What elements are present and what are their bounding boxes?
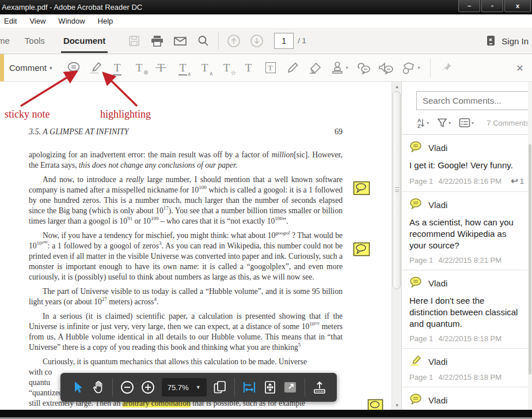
comment-menu-label[interactable]: Comment — [9, 63, 47, 73]
strikethrough-text-icon: T — [158, 62, 165, 73]
sticky-note-annotation[interactable] — [353, 242, 370, 259]
comment-card[interactable]: Vladi Here I don't see the distinction b… — [402, 270, 529, 349]
list-options-caret-icon: ▾ — [472, 120, 474, 126]
comment-menu-caret-icon[interactable]: ▾ — [50, 65, 52, 71]
zoom-out-button[interactable] — [117, 376, 138, 398]
underline-text-icon: T — [114, 62, 121, 73]
shapes-icon — [401, 61, 417, 76]
filter-funnel-icon — [437, 118, 447, 128]
hand-tool-button[interactable] — [88, 376, 109, 398]
tool-attach-file[interactable] — [353, 57, 375, 79]
comment-list-options-button[interactable]: ▾ — [459, 118, 474, 128]
maximize-button[interactable]: ▫ — [481, 0, 503, 12]
menu-view[interactable]: View — [23, 17, 52, 25]
tool-add-text-comment[interactable]: T — [238, 57, 260, 79]
title-bar: Aexample.pdf - Adobe Acrobat Reader DC –… — [0, 0, 532, 14]
comment-date: 4/22/2015 8:18 PM — [438, 373, 501, 382]
menu-help[interactable]: Help — [92, 17, 120, 25]
print-button[interactable] — [146, 31, 169, 51]
comment-text: Here I don't see the distinction between… — [409, 295, 524, 330]
scroll-down-arrow-icon[interactable]: ▼ — [392, 401, 402, 410]
tool-replace-text[interactable]: T∧ — [172, 57, 194, 79]
close-button[interactable]: x — [504, 0, 531, 12]
scrollbar-thumb[interactable] — [393, 91, 401, 289]
email-button[interactable] — [169, 31, 192, 51]
stamp-icon — [330, 61, 345, 76]
comment-card[interactable]: Vladi As a scientist, how can you recomm… — [402, 192, 529, 270]
comment-page-label: Page 1 — [409, 334, 433, 343]
comment-card[interactable]: Vladi Page 1 4/22/2015 8:18 PM — [402, 349, 529, 387]
tool-drawing-shapes[interactable]: ▾ — [397, 57, 424, 79]
selection-tool-button[interactable] — [67, 376, 88, 398]
share-upload-button[interactable] — [309, 376, 330, 398]
fit-width-button[interactable] — [239, 376, 260, 398]
comment-reply-badge[interactable]: ↩ 1 — [511, 176, 524, 186]
filter-comments-button[interactable]: ▾ — [437, 118, 451, 128]
bottom-edge-bar — [0, 410, 532, 419]
tool-insert-text[interactable]: T∧ — [194, 57, 216, 79]
toolbar-separator — [112, 378, 113, 397]
tool-draw-free-form[interactable] — [282, 57, 303, 79]
fullscreen-button[interactable] — [280, 376, 301, 398]
upload-icon — [312, 380, 327, 395]
sticky-note-icon — [409, 198, 423, 212]
tab-tools[interactable]: Tools — [24, 36, 46, 46]
search-button[interactable] — [192, 31, 215, 51]
page-controls-toolbar: 75.7% ▼ — [60, 373, 337, 402]
speaker-icon — [377, 61, 394, 76]
comment-author: Vladi — [428, 395, 447, 405]
fit-page-icon — [263, 380, 278, 395]
cursor-arrow-icon — [71, 380, 84, 394]
search-comments-input[interactable] — [416, 91, 529, 110]
comments-list: Vladi I get it: Google! Very funny. Page… — [402, 134, 529, 419]
tool-text-box[interactable]: T — [260, 57, 282, 79]
zoom-level-dropdown[interactable]: 75.7% ▼ — [162, 378, 207, 397]
sort-comments-button[interactable]: A Z ▾ — [416, 117, 429, 129]
comments-panel-scrollbar[interactable] — [528, 82, 532, 419]
toolbar-separator — [218, 32, 219, 50]
minimize-button[interactable]: – — [458, 0, 480, 12]
previous-page-button[interactable] — [222, 31, 245, 51]
document-view[interactable]: 3.5. A GLIMPSE AT INFINITY 69 apologizin… — [0, 82, 392, 419]
tool-strikethrough-text[interactable]: T — [150, 57, 172, 79]
close-comment-toolbar-button[interactable]: ✕ — [509, 57, 531, 79]
comment-card[interactable]: Vladi I get it: Google! Very funny. Page… — [402, 135, 529, 192]
scroll-up-arrow-icon[interactable]: ▲ — [392, 82, 402, 91]
tab-home[interactable]: me — [0, 36, 11, 46]
tool-underline-text[interactable]: T — [107, 57, 128, 79]
tool-record-audio[interactable] — [375, 57, 397, 79]
svg-text:Z: Z — [417, 123, 421, 129]
comments-scrollbar-thumb[interactable] — [529, 144, 531, 375]
comment-author: Vladi — [428, 357, 447, 367]
hand-icon — [92, 380, 105, 395]
next-page-button[interactable] — [245, 31, 268, 51]
sticky-note-annotation[interactable] — [353, 181, 370, 198]
toolbar-separator — [234, 378, 235, 397]
tool-sticky-note[interactable] — [63, 57, 85, 79]
save-button[interactable] — [123, 31, 146, 51]
acrobat-reader-window: Aexample.pdf - Adobe Acrobat Reader DC –… — [0, 0, 532, 419]
fit-width-icon — [242, 380, 257, 395]
tool-text-star[interactable]: T☆ — [216, 57, 238, 79]
shapes-caret-icon: ▾ — [418, 65, 420, 70]
tab-document[interactable]: Document — [62, 36, 107, 46]
list-options-icon — [459, 118, 470, 128]
document-scrollbar[interactable]: ▲ ▼ — [392, 82, 401, 410]
tool-erase[interactable] — [303, 57, 325, 79]
stamp-caret-icon: ▾ — [346, 65, 348, 70]
menu-edit[interactable]: Edit — [0, 17, 23, 25]
page-thumbnails-button[interactable] — [210, 376, 231, 398]
tool-stamp[interactable]: ▾ — [325, 57, 353, 79]
fit-page-button[interactable] — [260, 376, 280, 398]
fullscreen-icon — [283, 380, 298, 395]
keep-tool-selected-pin[interactable] — [436, 57, 458, 79]
sign-in-button[interactable]: Sign In — [501, 36, 529, 46]
comment-author: Vladi — [428, 200, 447, 210]
zoom-in-button[interactable] — [138, 376, 158, 398]
sort-az-icon: A Z — [416, 117, 425, 129]
comments-panel-toolbar: A Z ▾ ▾ ▾ — [416, 115, 529, 130]
page-number-input[interactable] — [274, 33, 294, 49]
tool-add-note-to-text[interactable]: T⊜ — [128, 57, 150, 79]
tool-highlight-text[interactable] — [85, 57, 107, 79]
menu-window[interactable]: Window — [52, 17, 91, 25]
